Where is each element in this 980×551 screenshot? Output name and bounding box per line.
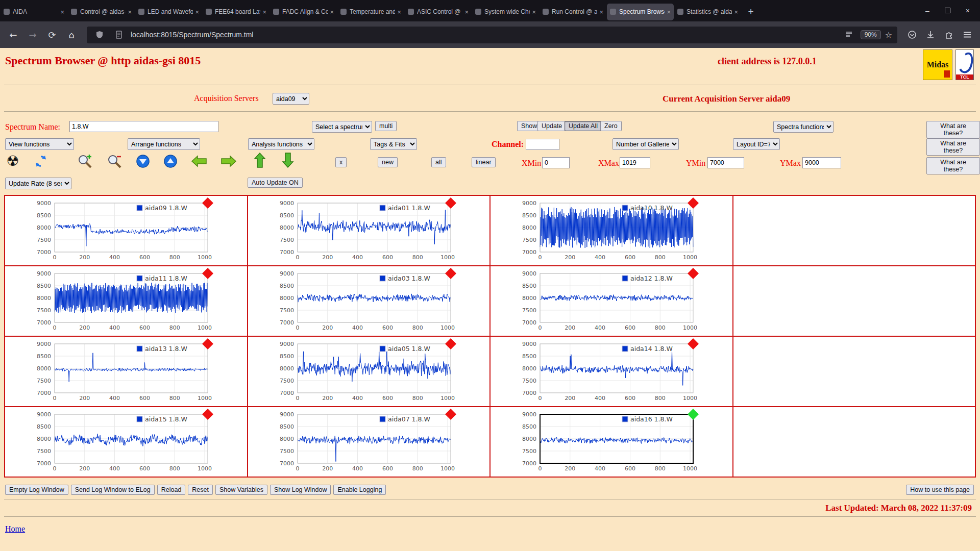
auto-update-button[interactable]: Auto Update ON xyxy=(248,178,303,188)
spectrum-plot-aida07[interactable]: 7000750080008500900002004006008001000aid… xyxy=(248,407,490,477)
downloads-icon[interactable] xyxy=(923,27,938,42)
spectrum-plot-aida15[interactable]: 7000750080008500900002004006008001000aid… xyxy=(5,407,247,477)
new-button[interactable]: new xyxy=(378,157,398,167)
tab-fee64-board-layout[interactable]: FEE64 board Layout× xyxy=(203,4,270,20)
zero-button[interactable]: Zero xyxy=(600,121,622,131)
tab-fadc-align-contr[interactable]: FADC Align & Contr× xyxy=(270,4,337,20)
home-link[interactable]: Home xyxy=(5,524,25,534)
maximize-button[interactable] xyxy=(945,7,950,15)
sync-icon[interactable] xyxy=(32,153,50,169)
pan-down-icon[interactable] xyxy=(279,152,297,168)
minimize-button[interactable]: – xyxy=(925,7,929,15)
layout-id-dropdown[interactable]: Layout ID=7 xyxy=(733,138,780,150)
back-button[interactable]: ← xyxy=(5,27,21,43)
home-button[interactable]: ⌂ xyxy=(63,27,80,43)
new-tab-button[interactable]: + xyxy=(743,4,758,19)
forward-button[interactable]: → xyxy=(24,27,41,43)
close-button[interactable]: × xyxy=(966,7,970,15)
tab-run-control-aida[interactable]: Run Control @ aida× xyxy=(540,4,606,20)
tab-close-icon[interactable]: × xyxy=(195,8,199,16)
zoom-in-icon[interactable] xyxy=(76,153,93,169)
tab-close-icon[interactable]: × xyxy=(60,8,64,16)
bookmark-star-icon[interactable]: ☆ xyxy=(885,30,892,40)
url-bar[interactable]: localhost:8015/Spectrum/Spectrum.tml 90%… xyxy=(87,27,897,43)
radiation-icon[interactable]: ☢ xyxy=(4,153,21,169)
svg-text:600: 600 xyxy=(139,395,150,402)
menu-icon[interactable] xyxy=(960,27,975,42)
acquisition-server-select[interactable]: aida09 xyxy=(273,93,309,105)
tab-system-wide-check[interactable]: System wide Check× xyxy=(472,4,539,20)
spectrum-name-input[interactable] xyxy=(69,121,218,132)
tab-statistics-aidas[interactable]: Statistics @ aidas-× xyxy=(674,4,741,20)
reset-button[interactable]: Reset xyxy=(188,485,213,495)
reload-button[interactable]: ⟳ xyxy=(44,27,60,43)
tab-control-aidas-gsi[interactable]: Control @ aidas-gsi× xyxy=(68,4,135,20)
arrange-functions-dropdown[interactable]: Arrange functions xyxy=(128,138,200,150)
pan-up-icon[interactable] xyxy=(251,152,268,168)
spectrum-plot-aida01[interactable]: 7000750080008500900002004006008001000aid… xyxy=(248,196,490,265)
spectrum-plot-aida10[interactable]: 7000750080008500900002004006008001000aid… xyxy=(491,196,732,265)
update-button[interactable]: Update xyxy=(537,121,566,131)
what-are-these-button-2[interactable]: What are these? xyxy=(926,138,980,156)
what-are-these-button-3[interactable]: What are these? xyxy=(926,157,980,174)
channel-input[interactable] xyxy=(526,139,559,150)
tab-close-icon[interactable]: × xyxy=(532,8,536,16)
select-spectrum-dropdown[interactable]: Select a spectrum xyxy=(312,121,372,133)
spectra-functions-dropdown[interactable]: Spectra functions xyxy=(773,121,834,133)
tab-close-icon[interactable]: × xyxy=(262,8,266,16)
spectrum-plot-aida14[interactable]: 7000750080008500900002004006008001000aid… xyxy=(491,337,732,406)
pan-left-icon[interactable] xyxy=(190,153,208,169)
update-all-button[interactable]: Update All xyxy=(565,121,602,131)
tab-close-icon[interactable]: × xyxy=(734,8,738,16)
zoom-level-badge[interactable]: 90% xyxy=(861,30,881,39)
spectrum-plot-aida11[interactable]: 7000750080008500900002004006008001000aid… xyxy=(5,266,247,336)
enable-logging-button[interactable]: Enable Logging xyxy=(333,485,386,495)
tab-close-icon[interactable]: × xyxy=(464,8,469,16)
pan-right-icon[interactable] xyxy=(220,153,237,169)
xmin-input[interactable] xyxy=(542,157,570,168)
x-button[interactable]: x xyxy=(335,157,347,167)
tab-close-icon[interactable]: × xyxy=(599,8,603,16)
analysis-functions-dropdown[interactable]: Analysis functions xyxy=(248,138,314,150)
tab-close-icon[interactable]: × xyxy=(128,8,132,16)
tab-close-icon[interactable]: × xyxy=(667,8,671,16)
all-button[interactable]: all xyxy=(431,157,446,167)
url-text[interactable]: localhost:8015/Spectrum/Spectrum.tml xyxy=(131,31,253,39)
tab-asic-control-aid[interactable]: ASIC Control @ aid× xyxy=(405,4,472,20)
multi-button[interactable]: multi xyxy=(375,121,397,131)
extensions-icon[interactable] xyxy=(941,27,957,42)
spectrum-plot-aida05[interactable]: 7000750080008500900002004006008001000aid… xyxy=(248,337,490,406)
tab-spectrum-browser[interactable]: Spectrum Browser× xyxy=(607,4,674,20)
number-of-galleries-dropdown[interactable]: Number of Galleries xyxy=(612,138,679,150)
spectrum-plot-aida12[interactable]: 7000750080008500900002004006008001000aid… xyxy=(491,266,732,336)
spectrum-plot-aida03[interactable]: 7000750080008500900002004006008001000aid… xyxy=(248,266,490,336)
ymax-input[interactable] xyxy=(802,157,841,168)
spectrum-plot-aida09[interactable]: 7000750080008500900002004006008001000aid… xyxy=(5,196,247,265)
reader-mode-icon[interactable] xyxy=(841,27,856,42)
tab-led-and-waveform[interactable]: LED and Waveform× xyxy=(135,4,202,20)
show-log-window-button[interactable]: Show Log Window xyxy=(270,485,331,495)
spectrum-plot-aida13[interactable]: 7000750080008500900002004006008001000aid… xyxy=(5,337,247,406)
linear-button[interactable]: linear xyxy=(472,157,496,167)
tags-fits-dropdown[interactable]: Tags & Fits xyxy=(370,138,417,150)
what-are-these-button-1[interactable]: What are these? xyxy=(926,121,980,138)
empty-log-window-button[interactable]: Empty Log Window xyxy=(5,485,68,495)
save-to-pocket-icon[interactable] xyxy=(904,27,920,42)
tab-close-icon[interactable]: × xyxy=(330,8,334,16)
shield-icon[interactable] xyxy=(92,27,107,42)
view-functions-dropdown[interactable]: View functions xyxy=(5,138,74,150)
spectrum-plot-aida16[interactable]: 7000750080008500900002004006008001000aid… xyxy=(491,407,732,477)
xmax-input[interactable] xyxy=(620,157,650,168)
show-variables-button[interactable]: Show Variables xyxy=(215,485,267,495)
tab-temperature-and-st[interactable]: Temperature and st× xyxy=(337,4,404,20)
tab-close-icon[interactable]: × xyxy=(397,8,401,16)
tab-aida[interactable]: AIDA× xyxy=(1,4,67,20)
how-to-use-button[interactable]: How to use this page xyxy=(906,485,974,495)
circle-arrow-up-icon[interactable] xyxy=(162,153,179,169)
send-log-window-to-elog-button[interactable]: Send Log Window to ELog xyxy=(71,485,155,495)
zoom-out-icon[interactable] xyxy=(106,153,123,169)
circle-arrow-down-icon[interactable] xyxy=(134,153,152,169)
reload-button[interactable]: Reload xyxy=(157,485,186,495)
update-rate-dropdown[interactable]: Update Rate (8 secs) xyxy=(5,178,71,189)
ymin-input[interactable] xyxy=(707,157,744,168)
